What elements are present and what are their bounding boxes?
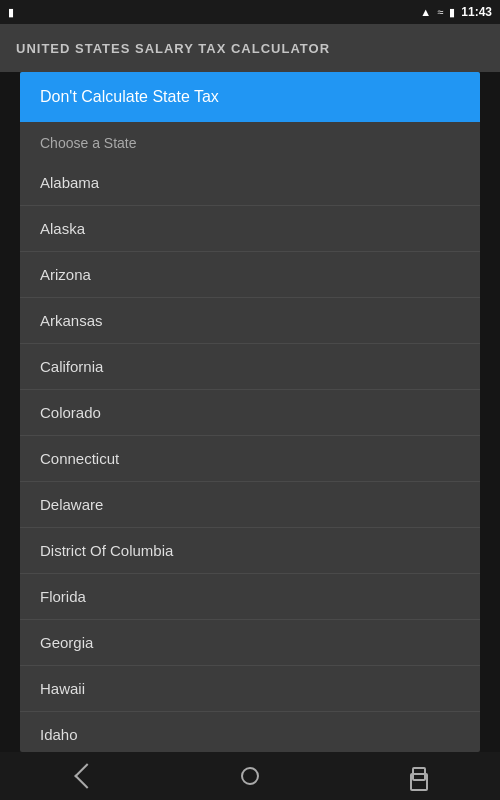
dialog-header-text: Don't Calculate State Tax [40,88,219,105]
dialog-subtitle-text: Choose a State [40,135,137,151]
wifi-icon: ≈ [437,6,443,18]
recents-icon [412,767,426,781]
state-item[interactable]: Florida [20,574,480,620]
state-item[interactable]: District Of Columbia [20,528,480,574]
battery-icon: ▮ [449,6,455,19]
state-item[interactable]: Connecticut [20,436,480,482]
state-item[interactable]: Idaho [20,712,480,752]
back-button[interactable] [53,752,113,800]
home-icon [241,767,259,785]
home-button[interactable] [220,752,280,800]
signal-icon: ▲ [420,6,431,18]
app-title-bar: UNITED STATES SALARY TAX CALCULATOR [0,24,500,72]
state-item[interactable]: Alabama [20,160,480,206]
status-bar-right: ▲ ≈ ▮ 11:43 [420,5,492,19]
status-bar-left: ▮ [8,6,14,19]
navigation-bar [0,752,500,800]
state-item[interactable]: Georgia [20,620,480,666]
state-item[interactable]: California [20,344,480,390]
recents-button[interactable] [387,752,447,800]
state-item[interactable]: Arizona [20,252,480,298]
status-time: 11:43 [461,5,492,19]
dialog-subtitle: Choose a State [20,122,480,160]
state-item[interactable]: Colorado [20,390,480,436]
dialog-header[interactable]: Don't Calculate State Tax [20,72,480,122]
state-item[interactable]: Delaware [20,482,480,528]
notification-icon: ▮ [8,6,14,19]
back-icon [75,763,100,788]
app-title: UNITED STATES SALARY TAX CALCULATOR [16,41,330,56]
state-item[interactable]: Alaska [20,206,480,252]
state-list[interactable]: AlabamaAlaskaArizonaArkansasCaliforniaCo… [20,160,480,752]
status-bar: ▮ ▲ ≈ ▮ 11:43 [0,0,500,24]
state-picker-dialog: Don't Calculate State Tax Choose a State… [20,72,480,752]
state-item[interactable]: Arkansas [20,298,480,344]
state-item[interactable]: Hawaii [20,666,480,712]
